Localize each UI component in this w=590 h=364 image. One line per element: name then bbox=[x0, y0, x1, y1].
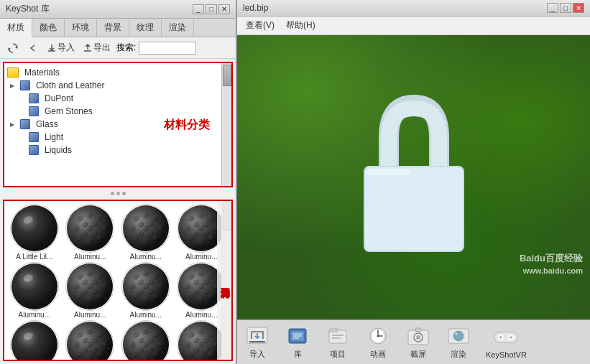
maximize-button[interactable]: □ bbox=[206, 4, 217, 14]
toolbar: 导入 导出 搜索: bbox=[0, 37, 236, 59]
left-panel: KeyShot 库 _ □ ✕ 材质 颜色 环境 背景 纹理 渲染 bbox=[0, 0, 237, 364]
minimize-button[interactable]: _ bbox=[193, 4, 204, 14]
svg-point-259 bbox=[198, 342, 203, 347]
right-maximize-button[interactable]: □ bbox=[560, 3, 571, 13]
svg-point-181 bbox=[87, 328, 92, 333]
svg-point-251 bbox=[198, 355, 203, 360]
right-minimize-button[interactable]: _ bbox=[547, 3, 558, 13]
bottom-tool-render[interactable]: 渲染 bbox=[446, 325, 471, 360]
tree-item-liquids[interactable]: Liquids bbox=[7, 144, 229, 157]
svg-point-241 bbox=[185, 342, 190, 347]
svg-point-43 bbox=[138, 221, 143, 226]
tree-item-label-light: Light bbox=[45, 132, 63, 142]
svg-point-217 bbox=[147, 337, 152, 342]
svg-point-189 bbox=[92, 337, 97, 342]
svg-point-9 bbox=[87, 212, 92, 217]
svg-point-145 bbox=[142, 284, 147, 289]
svg-point-270 bbox=[377, 335, 379, 337]
search-input[interactable] bbox=[139, 42, 196, 55]
svg-point-249 bbox=[188, 351, 193, 356]
material-label-4: Aluminu... bbox=[19, 311, 50, 319]
export-button[interactable]: 导出 bbox=[80, 40, 114, 55]
svg-point-201 bbox=[92, 347, 97, 352]
right-close-button[interactable]: ✕ bbox=[573, 3, 584, 13]
close-button[interactable]: ✕ bbox=[218, 4, 230, 14]
material-item-8[interactable]: Aluminu... bbox=[7, 320, 62, 361]
svg-point-29 bbox=[92, 230, 97, 235]
svg-point-131 bbox=[147, 279, 152, 284]
svg-marker-1 bbox=[9, 47, 11, 50]
export-label: 导出 bbox=[93, 42, 111, 54]
tree-item-light[interactable]: Light bbox=[7, 131, 229, 144]
screenshot-tool-icon bbox=[405, 325, 431, 347]
material-item-10[interactable]: Aluminu... bbox=[119, 320, 173, 361]
tree-scrollbar-thumb[interactable] bbox=[223, 65, 231, 86]
tree-scrollbar[interactable] bbox=[221, 63, 231, 186]
right-title-bar: led.bip _ □ ✕ bbox=[237, 0, 590, 17]
material-item-1[interactable]: Aluminu... bbox=[63, 204, 118, 261]
tree-item-gemstones[interactable]: Gem Stones bbox=[7, 105, 229, 118]
tab-texture[interactable]: 纹理 bbox=[129, 19, 162, 37]
material-item-9[interactable]: Aluminu... bbox=[63, 320, 118, 361]
right-title-buttons: _ □ ✕ bbox=[547, 3, 584, 13]
material-item-2[interactable]: Aluminu... bbox=[119, 204, 173, 261]
menu-help[interactable]: 帮助(H) bbox=[280, 18, 321, 33]
material-item-0[interactable]: A Little Lil... bbox=[7, 204, 62, 261]
svg-point-141 bbox=[138, 289, 143, 294]
svg-point-19 bbox=[101, 225, 106, 230]
tree-item-dupont[interactable]: DuPont bbox=[7, 92, 229, 105]
bottom-tool-vr[interactable]: KeyShotVR bbox=[486, 326, 527, 359]
vr-tool-icon bbox=[493, 326, 519, 349]
svg-point-195 bbox=[87, 355, 92, 360]
tab-materials[interactable]: 材质 bbox=[0, 19, 32, 37]
import-button[interactable]: 导入 bbox=[45, 40, 78, 55]
svg-point-209 bbox=[142, 328, 147, 333]
material-item-4[interactable]: Aluminu... bbox=[7, 262, 62, 319]
bottom-tool-project[interactable]: 项目 bbox=[325, 325, 351, 360]
material-sphere-1 bbox=[65, 204, 114, 253]
svg-point-197 bbox=[96, 351, 101, 356]
svg-point-79 bbox=[198, 238, 203, 243]
material-sphere-2 bbox=[121, 204, 170, 253]
tree-item-label-liquids: Liquids bbox=[45, 145, 72, 155]
search-box: 搜索: bbox=[116, 42, 196, 55]
svg-point-223 bbox=[142, 355, 147, 360]
svg-point-187 bbox=[82, 337, 87, 342]
tab-background[interactable]: 背景 bbox=[97, 19, 129, 37]
tab-render[interactable]: 渲染 bbox=[162, 19, 194, 37]
back-button[interactable] bbox=[24, 41, 42, 55]
svg-point-274 bbox=[416, 335, 420, 340]
menu-view[interactable]: 查看(V) bbox=[240, 18, 280, 33]
material-label-3: Aluminu... bbox=[185, 253, 217, 261]
svg-point-31 bbox=[87, 225, 92, 230]
dot2 bbox=[116, 192, 120, 195]
svg-point-77 bbox=[188, 235, 193, 240]
tab-colors[interactable]: 颜色 bbox=[32, 19, 65, 37]
dot3 bbox=[122, 192, 126, 195]
import-tool-label: 导入 bbox=[249, 349, 265, 360]
svg-point-157 bbox=[193, 279, 198, 284]
svg-point-235 bbox=[188, 332, 193, 337]
bottom-tool-import[interactable]: 导入 bbox=[244, 325, 270, 360]
bottom-tool-library[interactable]: 库 bbox=[285, 325, 310, 360]
svg-point-67 bbox=[208, 215, 213, 220]
material-item-5[interactable]: Aluminu... bbox=[63, 262, 118, 319]
tree-item-label-cloth: Cloth and Leather bbox=[36, 80, 104, 90]
refresh-icon bbox=[7, 42, 19, 54]
watermark-url: www.baidu.com bbox=[520, 266, 583, 276]
bottom-tool-screenshot[interactable]: 截屏 bbox=[405, 325, 431, 360]
tree-item-cloth[interactable]: ▶ Cloth and Leather bbox=[7, 79, 229, 92]
material-item-6[interactable]: Aluminu... bbox=[119, 262, 173, 319]
refresh-button[interactable] bbox=[4, 41, 22, 55]
expand-arrow-glass-icon: ▶ bbox=[10, 121, 17, 128]
tree-root-materials[interactable]: Materials bbox=[7, 66, 229, 79]
material-sphere-4 bbox=[10, 262, 59, 311]
tab-environment[interactable]: 环境 bbox=[65, 19, 97, 37]
bottom-tool-animation[interactable]: 动画 bbox=[365, 325, 391, 360]
svg-point-121 bbox=[133, 274, 138, 279]
svg-point-47 bbox=[157, 225, 162, 230]
svg-point-239 bbox=[208, 332, 213, 337]
tree-annotation: 材料分类 bbox=[164, 117, 210, 132]
grid-annotation: 材料库及外形预览 bbox=[217, 201, 233, 360]
svg-point-41 bbox=[129, 225, 134, 230]
